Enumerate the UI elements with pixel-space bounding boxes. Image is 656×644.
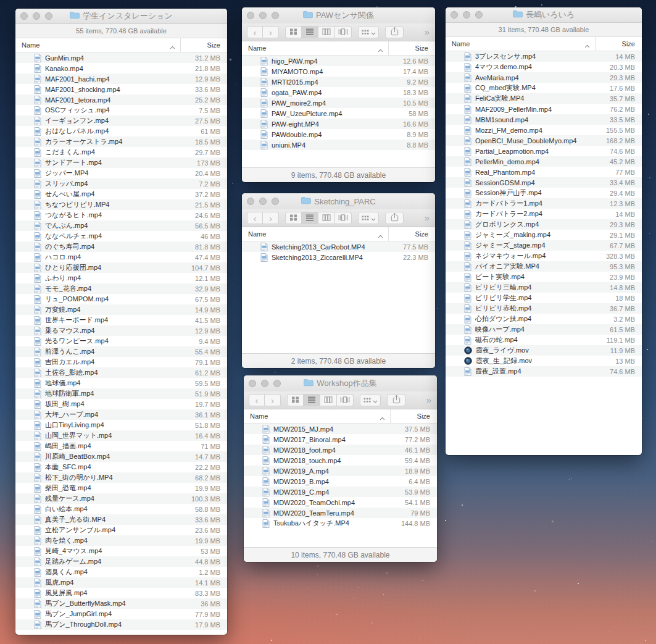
column-header-name[interactable]: Name (446, 40, 595, 48)
column-divider[interactable] (595, 37, 596, 51)
file-row[interactable]: 霞夜_設置.mp474.6 MB (446, 366, 642, 377)
file-row[interactable]: 心拍ダウン技.mp43.2 MB (446, 314, 642, 324)
file-row[interactable]: MAF2001_shocking.mp433.6 MB (15, 84, 227, 94)
column-divider[interactable] (390, 409, 391, 423)
file-row[interactable]: つながるヒト.mp424.6 MB (15, 210, 227, 220)
toolbar-overflow-button[interactable]: ›› (425, 26, 430, 38)
title-bar[interactable]: Sketching_PARC (242, 193, 435, 209)
file-row[interactable]: MIYAMOTO.mp417.4 MB (242, 66, 435, 77)
file-row[interactable]: 地球防衛軍.mp451.9 MB (15, 388, 227, 399)
column-header-size[interactable]: Size (180, 41, 227, 49)
close-button[interactable] (247, 12, 254, 19)
file-row[interactable]: SessionGDSM.mp433.4 MB (446, 177, 642, 188)
file-row[interactable]: 嶋田_描画.mp471 MB (15, 441, 227, 451)
file-row[interactable]: MAF2009_PellerMin.mp476.2 MB (446, 104, 642, 114)
file-row[interactable]: 肉を焼く.mp419.9 MB (15, 535, 227, 546)
file-row[interactable]: 見崎_4マウス.mp453 MB (15, 546, 227, 556)
file-row[interactable]: ななペルチェ.mp446 MB (15, 231, 227, 241)
column-header-name[interactable]: Name (244, 412, 390, 420)
file-row[interactable]: Tsukubaハイタッチ.MP4144.8 MB (244, 518, 437, 529)
file-row[interactable]: ビリビリ赤松.mp436.7 MB (446, 303, 642, 314)
file-row[interactable]: Partial_Leapmotion.mp474.6 MB (446, 146, 642, 156)
icon-view-button[interactable] (285, 26, 302, 38)
file-row[interactable]: 本薗_SFC.mp422.2 MB (15, 462, 227, 472)
toolbar-overflow-button[interactable]: ›› (425, 212, 430, 224)
file-row[interactable]: MAF2001_hachi.mp412.9 MB (15, 73, 227, 84)
finder-window-paw[interactable]: PAWセンサ関係‹›››NameSizehigo_PAW.mp412.6 MBM… (242, 7, 435, 182)
column-header-size[interactable]: Size (390, 412, 437, 420)
file-row[interactable]: 吉田カエル.mp479.1 MB (15, 357, 227, 367)
file-row[interactable]: ジャミーズ_making.mp429.1 MB (446, 230, 642, 240)
file-row[interactable]: 立松アンサンブル.mp423.6 MB (15, 525, 227, 535)
file-row[interactable]: 磁石の蛇.mp4119.1 MB (446, 335, 642, 345)
file-row[interactable]: ビリビリ学生.mp418 MB (446, 293, 642, 303)
minimize-button[interactable] (33, 12, 40, 20)
file-row[interactable]: イーギョンフン.mp427.5 MB (15, 115, 227, 126)
file-row[interactable]: 柴田_恐竜.mp419.9 MB (15, 483, 227, 493)
list-view-button[interactable] (302, 26, 318, 38)
back-button[interactable]: ‹ (247, 26, 263, 38)
column-view-button[interactable] (318, 26, 335, 38)
file-row[interactable]: OpenBCI_Muse_DoubleMyo.mp4168.2 MB (446, 135, 642, 146)
forward-button[interactable]: › (263, 212, 279, 224)
file-row[interactable]: リュ_POMPOM.mp467.5 MB (15, 294, 227, 304)
file-row[interactable]: Sketching2013_Ziccarelli.MP422.3 MB (242, 252, 435, 262)
file-row[interactable]: 足踏みゲーム.mp444.8 MB (15, 556, 227, 567)
file-row[interactable]: 風虎.mp414.1 MB (15, 577, 227, 588)
file-row[interactable]: Real_Phantom.mp477 MB (446, 167, 642, 177)
file-row[interactable]: でんぷん.mp456.5 MB (15, 220, 227, 231)
list-view-button[interactable] (302, 212, 318, 224)
file-row[interactable]: 川原崎_BeatBox.mp414.7 MB (15, 451, 227, 462)
file-row[interactable]: ハコロ.mp447.4 MB (15, 252, 227, 262)
file-row[interactable]: おはなしパネル.mp461 MB (15, 126, 227, 136)
file-row[interactable]: スリッパ.mp47.2 MB (15, 178, 227, 189)
file-row[interactable]: 乗るマウス.mp412.9 MB (15, 325, 227, 336)
file-row[interactable]: ジャミーズ_stage.mp467.7 MB (446, 240, 642, 251)
file-row[interactable]: ビリビリ三輪.mp414.8 MB (446, 282, 642, 293)
file-row[interactable]: 霞夜_生_記録.mov13 MB (446, 356, 642, 366)
file-row[interactable]: MDW2019_A.mp418.9 MB (244, 466, 437, 476)
file-row[interactable]: 土佐谷_影絵.mp461.2 MB (15, 367, 227, 378)
title-bar[interactable]: 長嶋いろいろ (446, 7, 642, 23)
zoom-button[interactable] (272, 198, 279, 205)
finder-window-nagashima[interactable]: 長嶋いろいろ31 items, 770.48 GB availableNameS… (446, 7, 642, 455)
file-row[interactable]: ogata_PAW.mp418.3 MB (242, 87, 435, 98)
file-row[interactable]: GunMin.mp431.2 MB (15, 52, 227, 63)
file-row[interactable]: ジッパー.MP420.4 MB (15, 168, 227, 178)
file-row[interactable]: OSCフィッシュ.mp47.5 MB (15, 105, 227, 115)
close-button[interactable] (247, 198, 254, 205)
arrange-button[interactable] (358, 26, 379, 38)
back-button[interactable]: ‹ (249, 394, 265, 406)
file-row[interactable]: MDW2019_B.mp46.4 MB (244, 476, 437, 487)
file-row[interactable]: CQ_mbed実験.MP417.6 MB (446, 83, 642, 93)
file-row[interactable]: 風見屏風.mp483.3 MB (15, 588, 227, 598)
file-row[interactable]: カラーオーケストラ.mp418.5 MB (15, 136, 227, 147)
file-row[interactable]: ひとり応援団.mp4104.7 MB (15, 262, 227, 273)
file-row[interactable]: こだまくん.mp429.7 MB (15, 147, 227, 157)
coverflow-view-button[interactable] (335, 26, 352, 38)
file-row[interactable]: 坂田_樹.mp419.7 MB (15, 399, 227, 409)
file-row[interactable]: 酒臭くん.mp41.2 MB (15, 567, 227, 577)
file-row[interactable]: Session神戸山手.mp429.4 MB (446, 188, 642, 198)
file-row[interactable]: Sketching2013_CarRobot.MP477.5 MB (242, 241, 435, 252)
file-row[interactable]: PAWdouble.mp48.9 MB (242, 129, 435, 140)
coverflow-view-button[interactable] (335, 212, 352, 224)
file-row[interactable]: 万変鏡.mp414.9 MB (15, 304, 227, 315)
share-button[interactable] (385, 26, 404, 38)
file-row[interactable]: 光るワンピース.mp49.4 MB (15, 336, 227, 346)
file-row[interactable]: ビート実験.mp423.9 MB (446, 272, 642, 282)
file-row[interactable]: 山岡_世界マット.mp416.4 MB (15, 430, 227, 441)
file-row[interactable]: 山口TinyLiving.mp451.8 MB (15, 420, 227, 430)
file-row[interactable]: Kanako.mp421.8 MB (15, 63, 227, 73)
column-header-size[interactable]: Size (388, 230, 435, 238)
column-view-button[interactable] (320, 394, 337, 406)
coverflow-view-button[interactable] (337, 394, 354, 406)
column-divider[interactable] (388, 227, 389, 241)
finder-window-students[interactable]: 学生インスタレーション55 items, 770.48 GB available… (15, 9, 227, 635)
minimize-button[interactable] (259, 198, 267, 205)
file-row[interactable]: MDW2018_touch.mp459.4 MB (244, 455, 437, 466)
file-row[interactable]: カードバトラー2.mp414 MB (446, 209, 642, 219)
column-divider[interactable] (388, 41, 389, 55)
file-row[interactable]: 4マウスdemo.mp420.3 MB (446, 62, 642, 72)
title-bar[interactable]: 学生インスタレーション (15, 9, 227, 24)
